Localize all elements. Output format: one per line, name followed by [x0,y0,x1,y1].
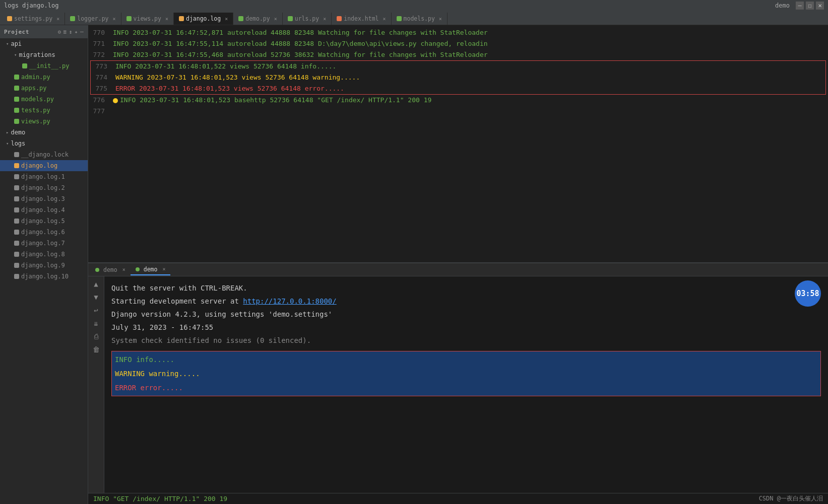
terminal-link[interactable]: http://127.0.0.1:8000/ [243,297,336,305]
main-content: Project ⚙ ≡ ↕ ✦ ─ ▾api▾migrations__init_… [0,25,828,504]
list-icon[interactable]: ≡ [63,29,67,35]
sidebar-item-__django-lock[interactable]: __django.lock [0,149,88,160]
sidebar-item-django-log-6[interactable]: django.log.6 [0,227,88,238]
sidebar-item-django-log-9[interactable]: django.log.9 [0,260,88,271]
tab-logger[interactable]: logger.py× [65,13,121,25]
sidebar-item-__init__-py[interactable]: __init__.py [0,60,88,71]
terminal-tab-close[interactable]: × [162,266,165,272]
sidebar-item-migrations[interactable]: ▾migrations [0,49,88,60]
editor-area: 770INFO 2023-07-31 16:47:52,871 autorelo… [88,25,828,504]
close-button[interactable]: ✕ [816,2,824,10]
sidebar-item-admin-py[interactable]: admin.py [0,71,88,83]
settings-icon[interactable]: ✦ [75,29,78,35]
line-number-777: 777 [88,106,111,117]
timer-badge: 03:58 [795,280,821,307]
title-bar-text: logs django.log [4,2,58,9]
terminal-tab-0[interactable]: demo× [90,264,131,275]
tree-item-label: models.py [21,96,54,103]
watermark: CSDN @一夜白头催人泪 [759,494,823,503]
line-content-774: WARNING 2023-07-31 16:48:01,523 views 52… [113,72,825,83]
terminal-content: Quit the server with CTRL-BREAK.Starting… [104,276,828,493]
tab-indexhtml[interactable]: index.html× [332,13,391,25]
file-dot-icon [22,63,27,68]
print-icon[interactable]: ⎙ [91,331,102,342]
tab-close-views[interactable]: × [165,16,168,22]
tab-icon-demo [238,16,243,21]
tab-demo[interactable]: demo.py× [233,13,283,25]
sidebar-item-django-log-7[interactable]: django.log.7 [0,238,88,249]
sidebar-item-demo[interactable]: ▸demo [0,127,88,138]
tab-label-urls: urls.py [295,15,319,22]
wrap-icon[interactable]: ↩ [91,305,102,316]
up-arrow-icon[interactable]: ▲ [91,278,102,290]
terminal-tab-close[interactable]: × [122,267,125,272]
tab-close-demo[interactable]: × [274,16,277,22]
sidebar-item-django-log-1[interactable]: django.log.1 [0,171,88,182]
sidebar-item-django-log-2[interactable]: django.log.2 [0,182,88,193]
tab-close-models[interactable]: × [439,16,442,22]
sidebar-item-django-log-8[interactable]: django.log.8 [0,249,88,260]
folder-arrow-icon: ▾ [6,141,9,146]
tree-item-label: django.log.6 [21,229,65,236]
tab-models[interactable]: models.py× [392,13,448,25]
sidebar-item-models-py[interactable]: models.py [0,94,88,105]
file-dot-icon [14,163,19,168]
sidebar-item-apps-py[interactable]: apps.py [0,83,88,94]
tab-close-logger[interactable]: × [113,16,116,22]
user-label: demo [775,2,790,9]
line-content-773: INFO 2023-07-31 16:48:01,522 views 52736… [113,61,825,72]
line-content-770: INFO 2023-07-31 16:47:52,871 autoreload … [111,27,828,38]
line-content-771: INFO 2023-07-31 16:47:55,114 autoreload … [111,38,828,49]
sidebar-item-django-log-5[interactable]: django.log.5 [0,215,88,227]
minus-icon[interactable]: ─ [80,29,84,35]
sidebar-item-django-log-3[interactable]: django.log.3 [0,193,88,204]
tab-urls[interactable]: urls.py× [283,13,332,25]
line-content-772: INFO 2023-07-31 16:47:55,468 autoreload … [111,49,828,60]
trash-icon[interactable]: 🗑 [91,344,102,355]
tab-icon-indexhtml [337,16,342,21]
sidebar-item-logs[interactable]: ▾logs [0,138,88,149]
tab-djangolog[interactable]: django.log× [174,13,233,25]
terminal-line: Quit the server with CTRL-BREAK. [111,281,821,295]
tree-item-label: __django.lock [21,151,69,158]
line-number-770: 770 [88,27,111,38]
sort-icon[interactable]: ↕ [69,29,73,35]
maximize-button[interactable]: □ [806,2,814,10]
line-number-772: 772 [88,49,111,60]
terminal-content-wrapper: ▲ ▼ ↩ ⇊ ⎙ 🗑 Quit the server with CTRL-BR… [88,276,828,493]
file-dot-icon [14,97,19,102]
sidebar-item-views-py[interactable]: views.py [0,116,88,127]
tab-settings[interactable]: settings.py× [2,13,65,25]
terminal-tab-1[interactable]: demo× [131,264,171,275]
down-arrow-icon[interactable]: ▼ [91,292,102,303]
line-number-771: 771 [88,38,111,49]
code-line-771: 771INFO 2023-07-31 16:47:55,114 autorelo… [88,38,828,49]
tab-icon-views [126,16,132,21]
sidebar-item-tests-py[interactable]: tests.py [0,105,88,116]
sidebar-item-django-log-10[interactable]: django.log.10 [0,271,88,282]
status-bar: INFO "GET /index/ HTTP/1.1" 200 19 CSDN … [88,493,828,504]
file-dot-icon [14,108,19,113]
tab-close-indexhtml[interactable]: × [383,16,386,22]
align-icon[interactable]: ⇊ [91,318,102,329]
tab-label-demo: demo.py [245,15,270,22]
file-dot-icon [14,219,19,224]
sidebar-item-django-log[interactable]: django.log [0,160,88,171]
file-dot-icon [14,241,19,246]
tab-close-djangolog[interactable]: × [225,16,228,22]
sidebar-header: Project ⚙ ≡ ↕ ✦ ─ [0,25,88,38]
gear-icon[interactable]: ⚙ [57,29,61,35]
minimize-button[interactable]: ─ [796,2,804,10]
sidebar-tree: ▾api▾migrations__init__.pyadmin.pyapps.p… [0,38,88,282]
terminal-area: demo×demo× ▲ ▼ ↩ ⇊ ⎙ 🗑 Quit the server w… [88,262,828,504]
folder-arrow-icon: ▾ [14,52,17,57]
tab-label-indexhtml: index.html [344,15,378,22]
tab-close-urls[interactable]: × [323,16,326,22]
tab-label-settings: settings.py [14,15,52,22]
sidebar-item-api[interactable]: ▾api [0,38,88,49]
tab-close-settings[interactable]: × [56,16,59,22]
tab-views[interactable]: views.py× [121,13,174,25]
terminal-line: July 31, 2023 - 16:47:55 [111,321,821,334]
tree-item-label: django.log.2 [21,184,65,191]
sidebar-item-django-log-4[interactable]: django.log.4 [0,204,88,215]
